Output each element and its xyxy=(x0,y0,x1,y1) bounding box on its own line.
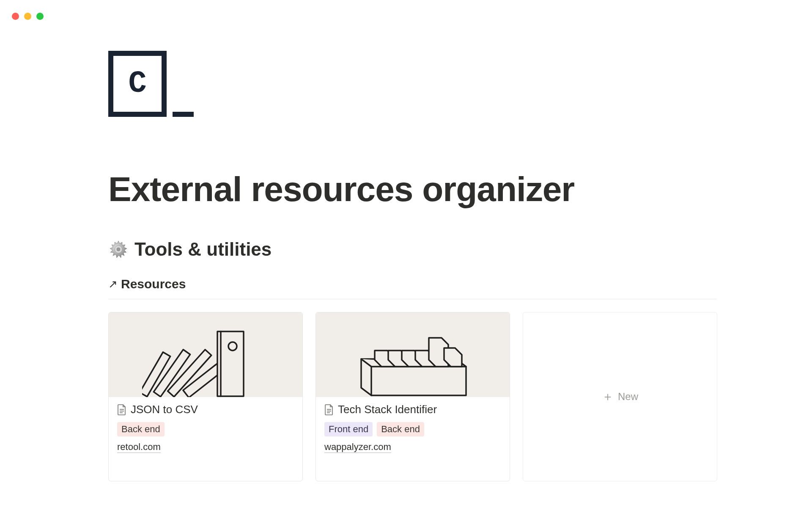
svg-point-1 xyxy=(117,248,120,251)
gallery-view: JSON to CSV Back end retool.com xyxy=(108,312,717,481)
close-window-button[interactable] xyxy=(12,13,19,20)
tag-backend: Back end xyxy=(117,422,165,436)
tag-backend: Back end xyxy=(377,422,424,436)
window-controls xyxy=(12,13,44,20)
new-card-button[interactable]: ＋ New xyxy=(523,312,717,481)
card-url[interactable]: retool.com xyxy=(117,442,161,453)
card-tags: Back end xyxy=(117,422,294,436)
card-title: JSON to CSV xyxy=(131,403,198,416)
resource-card[interactable]: JSON to CSV Back end retool.com xyxy=(108,312,303,481)
card-title: Tech Stack Identifier xyxy=(338,403,437,416)
card-cover-image xyxy=(109,312,302,397)
card-url[interactable]: wappalyzer.com xyxy=(324,442,391,453)
document-icon xyxy=(117,404,126,415)
logo-letter: C xyxy=(128,66,146,101)
section-heading: Tools & utilities xyxy=(108,239,717,260)
new-card-label: New xyxy=(618,391,638,403)
page-logo: C xyxy=(108,51,193,119)
divider xyxy=(108,299,716,299)
card-body: Tech Stack Identifier Front end Back end… xyxy=(316,397,510,462)
gear-icon xyxy=(108,239,129,260)
resource-card[interactable]: Tech Stack Identifier Front end Back end… xyxy=(315,312,510,481)
card-tags: Front end Back end xyxy=(324,422,501,436)
plus-icon: ＋ xyxy=(602,391,614,403)
document-icon xyxy=(324,404,334,415)
card-cover-image xyxy=(316,312,510,397)
card-body: JSON to CSV Back end retool.com xyxy=(109,397,302,462)
section-title: Tools & utilities xyxy=(134,239,272,260)
link-arrow-icon: ↗ xyxy=(108,279,118,290)
fullscreen-window-button[interactable] xyxy=(36,13,44,20)
database-title: Resources xyxy=(121,277,186,291)
linked-database-header[interactable]: ↗ Resources xyxy=(108,277,717,291)
page-title: External resources organizer xyxy=(108,169,717,209)
tag-frontend: Front end xyxy=(324,422,373,436)
minimize-window-button[interactable] xyxy=(24,13,31,20)
